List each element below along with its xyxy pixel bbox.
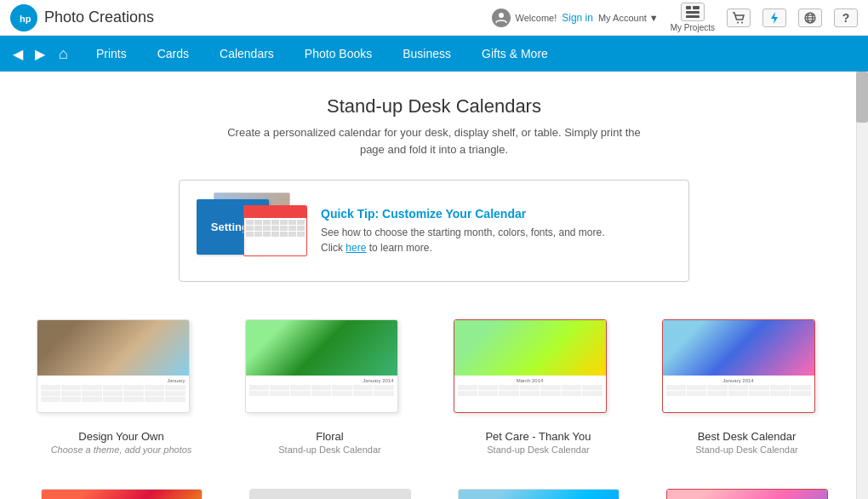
svg-point-2: [499, 13, 504, 18]
products-grid-bottom: January 2014 January 2014: [0, 489, 868, 499]
product-type-3: Stand-up Desk Calendar: [487, 445, 589, 455]
products-section: January Design Your Own Choose a theme, …: [0, 302, 868, 489]
nav-photo-books[interactable]: Photo Books: [289, 38, 387, 69]
nav-prints[interactable]: Prints: [81, 38, 142, 69]
cart-btn[interactable]: [727, 9, 751, 27]
cart-icon: [727, 9, 751, 27]
scrollbar-thumb[interactable]: [856, 72, 868, 123]
page-subtitle: Create a personalized calendar for your …: [221, 124, 647, 158]
home-button[interactable]: ⌂: [54, 43, 72, 65]
account-area[interactable]: Welcome! Sign in My Account ▼: [492, 9, 659, 27]
help-btn[interactable]: ?: [834, 9, 858, 27]
back-arrow[interactable]: ◀: [9, 44, 27, 64]
globe-btn[interactable]: [798, 9, 822, 27]
nav-business[interactable]: Business: [387, 38, 466, 69]
quick-tip-box: Settings Quick Tip:: [179, 180, 689, 282]
forward-arrow[interactable]: ▶: [31, 44, 49, 64]
quick-tip-label: Quick Tip:: [321, 207, 379, 221]
product-floral[interactable]: January 2014 Floral Stand-up Desk Calend…: [234, 311, 425, 455]
page-title: Stand-up Desk Calendars: [17, 95, 851, 118]
my-account-label: My Account ▼: [598, 13, 659, 23]
help-icon: ?: [834, 9, 858, 27]
product-type-2: Stand-up Desk Calendar: [278, 445, 380, 455]
nav-gifts-more[interactable]: Gifts & More: [466, 38, 563, 69]
quick-tip-end: to learn more.: [369, 242, 432, 254]
scrollbar-track[interactable]: [856, 72, 868, 499]
quick-tip-title-text: Customize Your Calendar: [382, 207, 526, 221]
product-name-3: Pet Care - Thank You: [485, 430, 591, 443]
svg-point-7: [737, 21, 739, 23]
partial-cal-4: January 2014: [666, 489, 828, 499]
my-projects-label: My Projects: [671, 23, 715, 32]
top-right-area: Welcome! Sign in My Account ▼ My Project…: [492, 3, 858, 32]
quick-tip-click: Click: [321, 242, 343, 254]
nav-links: Prints Cards Calendars Photo Books Busin…: [81, 38, 563, 69]
product-bottom-1[interactable]: [26, 489, 217, 499]
product-image-3: March 2014: [454, 311, 624, 422]
product-image-2: January 2014: [245, 311, 415, 422]
lightning-icon: [762, 9, 786, 27]
product-image-1: January: [37, 311, 207, 422]
product-best-desk[interactable]: January 2014 Best Desk Calendar Stand-up…: [651, 311, 842, 455]
my-projects-btn[interactable]: My Projects: [671, 3, 715, 32]
product-design-your-own[interactable]: January Design Your Own Choose a theme, …: [26, 311, 217, 455]
product-bottom-3[interactable]: [443, 489, 634, 499]
product-bottom-2[interactable]: January 2014: [234, 489, 425, 499]
person-icon: [492, 9, 511, 27]
quick-tip-body: See how to choose the starting month, co…: [321, 225, 671, 255]
globe-icon: [798, 9, 822, 27]
tip-text-area: Quick Tip: Customize Your Calendar See h…: [321, 207, 671, 255]
svg-rect-5: [686, 15, 700, 18]
nav-calendars[interactable]: Calendars: [204, 38, 289, 69]
projects-icon: [681, 3, 705, 21]
app-title: Photo Creations: [44, 9, 154, 26]
product-bottom-4[interactable]: January 2014: [651, 489, 842, 499]
quick-tip-body-text: See how to choose the starting month, co…: [321, 227, 605, 238]
svg-marker-9: [771, 12, 778, 24]
sign-in-link[interactable]: Sign in: [562, 12, 593, 24]
product-desc-1: Choose a theme, add your photos: [51, 445, 192, 455]
product-name-4: Best Desk Calendar: [698, 430, 797, 443]
products-grid: January Design Your Own Choose a theme, …: [26, 311, 842, 455]
nav-cards[interactable]: Cards: [142, 38, 204, 69]
lightning-btn[interactable]: [762, 9, 786, 27]
product-name-1: Design Your Own: [78, 430, 163, 443]
hp-logo: hp: [10, 4, 37, 32]
logo-area: hp Photo Creations: [10, 4, 154, 32]
quick-tip-section: Settings Quick Tip:: [0, 180, 868, 282]
main-content: Stand-up Desk Calendars Create a persona…: [0, 72, 868, 499]
partial-cal-2: January 2014: [249, 489, 411, 499]
svg-rect-4: [686, 11, 700, 14]
product-pet-care[interactable]: March 2014 Pet Care - Thank You Stand-up…: [443, 311, 634, 455]
welcome-text: Welcome!: [516, 13, 557, 23]
product-type-4: Stand-up Desk Calendar: [695, 445, 797, 455]
nav-arrows: ◀ ▶: [9, 44, 49, 64]
partial-cal-3: [458, 489, 620, 499]
nav-bar: ◀ ▶ ⌂ Prints Cards Calendars Photo Books…: [0, 36, 868, 72]
svg-rect-6: [693, 6, 700, 9]
partial-cal-1: [41, 489, 203, 499]
tip-image-area: Settings: [197, 192, 307, 269]
top-header: hp Photo Creations Welcome! Sign in My A…: [0, 0, 868, 36]
svg-rect-3: [686, 6, 691, 9]
quick-tip-here-link[interactable]: here: [345, 242, 366, 254]
svg-point-8: [741, 21, 743, 23]
product-name-2: Floral: [316, 430, 344, 443]
product-image-4: January 2014: [662, 311, 832, 422]
page-title-area: Stand-up Desk Calendars Create a persona…: [0, 72, 868, 171]
quick-tip-title: Quick Tip: Customize Your Calendar: [321, 207, 671, 221]
svg-text:hp: hp: [20, 14, 31, 24]
tip-calendar-preview: Settings: [197, 192, 299, 261]
